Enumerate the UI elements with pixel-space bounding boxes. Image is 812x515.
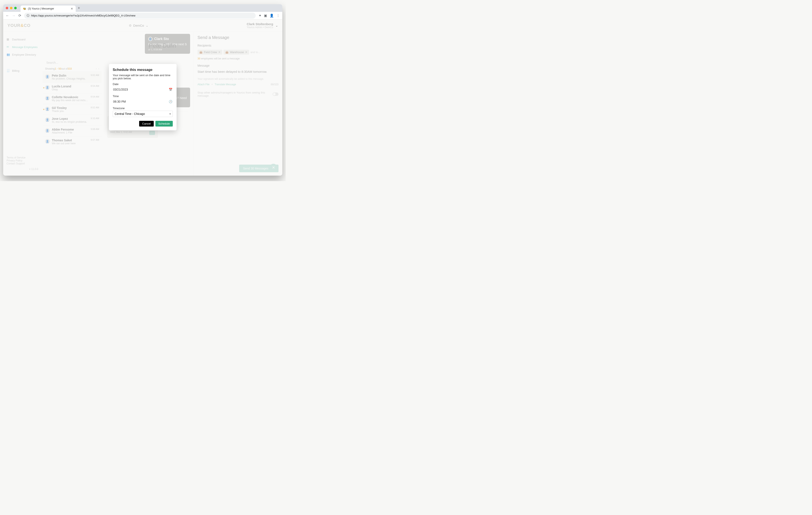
time-input[interactable]: 06:30 PM 🕒 (113, 99, 173, 105)
menu-icon[interactable]: ⋮ (277, 13, 280, 18)
reload-icon[interactable]: ⟳ (19, 13, 21, 18)
favicon-icon: 🐝 (23, 7, 26, 10)
browser-tab[interactable]: 🐝 (3) Yourco | Messenger ✕ (21, 5, 76, 12)
calendar-icon[interactable]: 📅 (169, 88, 172, 91)
browser-tab-bar: 🐝 (3) Yourco | Messenger ✕ + (3, 4, 282, 12)
chevron-down-icon[interactable]: ▾ (169, 112, 171, 115)
window-close-icon[interactable] (6, 7, 8, 9)
profile-icon[interactable]: 👤 (270, 13, 274, 18)
cancel-button[interactable]: Cancel (139, 121, 153, 127)
tab-title: (3) Yourco | Messenger (28, 7, 54, 10)
window-maximize-icon[interactable] (14, 7, 17, 9)
modal-title: Schedule this message (113, 68, 173, 72)
timezone-select[interactable]: Central Time - Chicago ▾ (113, 111, 173, 117)
schedule-modal: Schedule this message Your message will … (109, 64, 177, 130)
schedule-button[interactable]: Schedule (155, 121, 173, 127)
site-info-icon[interactable]: ⓘ (27, 14, 29, 18)
extensions-icon[interactable]: ✦ (259, 13, 261, 18)
clock-icon[interactable]: 🕒 (169, 100, 172, 103)
date-input[interactable]: 03/21/2023 📅 (113, 86, 173, 92)
tab-close-icon[interactable]: ✕ (70, 7, 73, 10)
address-bar[interactable]: ⓘ https://app.yourco.io/messenger/wYwJp1… (24, 13, 256, 19)
window-minimize-icon[interactable] (10, 7, 12, 9)
url-text: https://app.yourco.io/messenger/wYwJp1lX… (31, 14, 135, 17)
date-label: Date (113, 83, 173, 86)
back-icon[interactable]: ← (6, 14, 9, 18)
browser-toolbar: ← → ⟳ ⓘ https://app.yourco.io/messenger/… (3, 12, 282, 20)
time-label: Time (113, 94, 173, 98)
modal-subtitle: Your message will be sent on the date an… (113, 74, 173, 80)
timezone-label: Timezone (113, 107, 173, 110)
forward-icon[interactable]: → (12, 14, 16, 18)
panel-icon[interactable]: ▣ (264, 13, 267, 18)
new-tab-button[interactable]: + (78, 6, 80, 10)
